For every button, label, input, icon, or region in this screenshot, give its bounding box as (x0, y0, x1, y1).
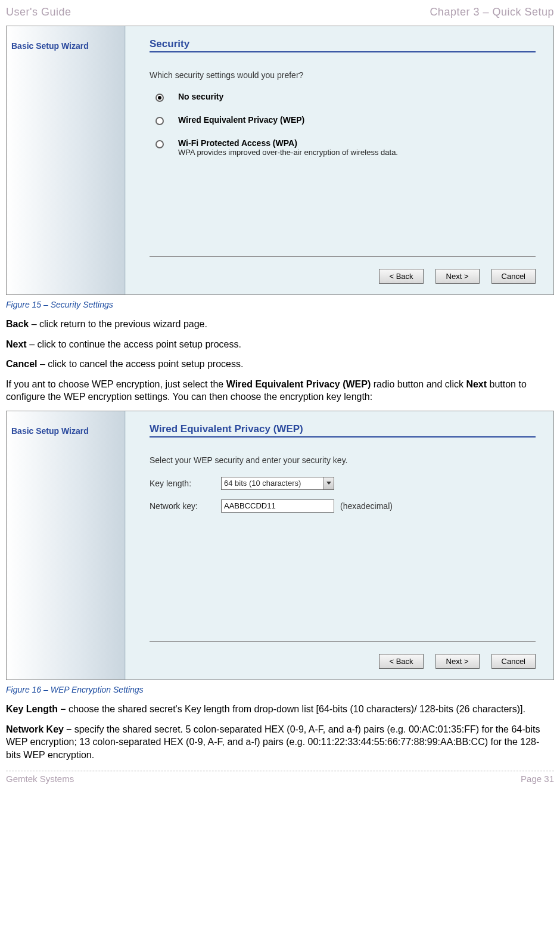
radio-icon (155, 140, 164, 148)
radio-wpa[interactable]: Wi-Fi Protected Access (WPA) WPA provide… (155, 138, 536, 157)
keylength-select[interactable]: 64 bits (10 characters) (221, 477, 334, 490)
row-keylength: Key length: 64 bits (10 characters) (150, 477, 536, 490)
wizard-sidebar: Basic Setup Wizard (7, 411, 126, 679)
text: – click to continue the access point set… (27, 339, 241, 349)
sidebar-title: Basic Setup Wizard (11, 41, 121, 51)
radio-no-security[interactable]: No security (155, 92, 536, 102)
para-wep-intro: If you ant to choose WEP encryption, jus… (6, 378, 554, 404)
footer-left: Gemtek Systems (6, 774, 74, 784)
page-footer: Gemtek Systems Page 31 (6, 771, 554, 787)
radio-icon (155, 94, 164, 102)
text: radio button and click (371, 379, 466, 389)
page-header: User's Guide Chapter 3 – Quick Setup (6, 6, 554, 18)
networkkey-input[interactable] (221, 499, 334, 513)
back-button[interactable]: < Back (379, 654, 423, 669)
wizard-content: Wired Equivalent Privacy (WEP) Select yo… (126, 411, 553, 679)
radio-desc: WPA provides improved over-the-air encry… (178, 148, 398, 157)
term: Next (466, 379, 487, 389)
next-button[interactable]: Next > (435, 654, 480, 669)
para-next: Next – click to continue the access poin… (6, 338, 554, 351)
figure-caption-16: Figure 16 – WEP Encryption Settings (6, 685, 554, 694)
term: Cancel (6, 359, 37, 369)
back-button[interactable]: < Back (379, 269, 423, 284)
term: Wired Equivalent Privacy (WEP) (226, 379, 371, 389)
text: – click to cancel the access point setup… (37, 359, 243, 369)
term: Network Key – (6, 724, 74, 734)
wizard-security: Basic Setup Wizard Security Which securi… (6, 26, 554, 295)
wizard-prompt: Select your WEP security and enter your … (150, 455, 536, 465)
footer-right: Page 31 (521, 774, 554, 784)
select-value: 64 bits (10 characters) (224, 479, 301, 488)
cancel-button[interactable]: Cancel (491, 654, 536, 669)
radio-wep[interactable]: Wired Equivalent Privacy (WEP) (155, 115, 536, 125)
cancel-button[interactable]: Cancel (491, 269, 536, 284)
hex-note: (hexadecimal) (340, 501, 393, 511)
header-right: Chapter 3 – Quick Setup (430, 6, 554, 18)
radio-icon (155, 117, 164, 125)
row-networkkey: Network key: (hexadecimal) (150, 499, 536, 513)
wizard-wep: Basic Setup Wizard Wired Equivalent Priv… (6, 411, 554, 680)
text: specify the shared secret. 5 colon-separ… (6, 724, 540, 760)
para-networkkey: Network Key – specify the shared secret.… (6, 723, 554, 762)
radio-label: Wired Equivalent Privacy (WEP) (178, 115, 304, 125)
radio-label: Wi-Fi Protected Access (WPA) (178, 138, 398, 148)
figure-caption-15: Figure 15 – Security Settings (6, 300, 554, 309)
wizard-buttons: < Back Next > Cancel (150, 641, 536, 679)
para-back: Back – click return to the previous wiza… (6, 318, 554, 331)
text: choose the shared secret's Key length fr… (69, 704, 525, 714)
term: Next (6, 339, 27, 349)
wizard-content: Security Which security settings would y… (126, 26, 553, 294)
wizard-prompt: Which security settings would you prefer… (150, 70, 536, 80)
wizard-buttons: < Back Next > Cancel (150, 256, 536, 294)
text: – click return to the previous wizard pa… (29, 319, 207, 329)
wizard-sidebar: Basic Setup Wizard (7, 26, 126, 294)
radio-label: No security (178, 92, 223, 101)
sidebar-title: Basic Setup Wizard (11, 426, 121, 436)
chevron-down-icon (323, 477, 334, 489)
wizard-title: Security (150, 38, 536, 52)
header-left: User's Guide (6, 6, 71, 18)
para-keylength: Key Length – choose the shared secret's … (6, 703, 554, 716)
next-button[interactable]: Next > (435, 269, 480, 284)
para-cancel: Cancel – click to cancel the access poin… (6, 358, 554, 371)
text: If you ant to choose WEP encryption, jus… (6, 379, 226, 389)
wizard-title: Wired Equivalent Privacy (WEP) (150, 423, 536, 437)
term: Back (6, 319, 29, 329)
keylength-label: Key length: (150, 479, 221, 488)
term: Key Length – (6, 704, 69, 714)
networkkey-label: Network key: (150, 501, 221, 511)
